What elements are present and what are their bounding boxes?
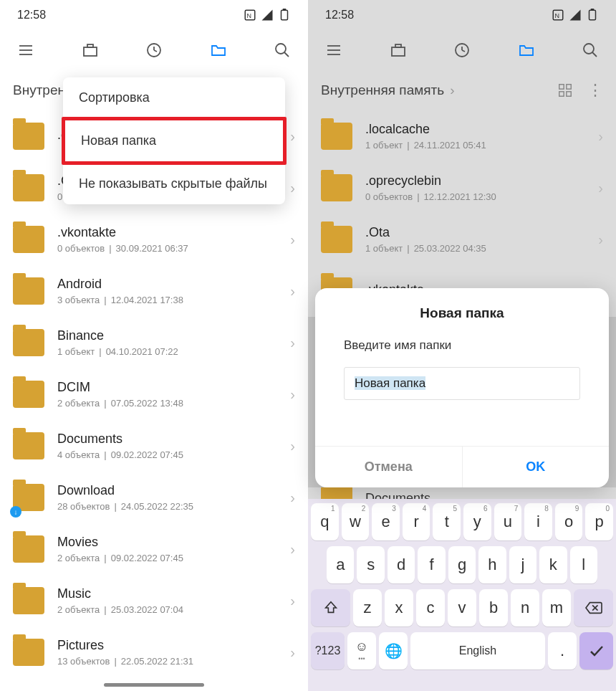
emoji-key[interactable]: ☺••• xyxy=(347,632,376,669)
key-d[interactable]: d xyxy=(388,546,415,583)
key-z[interactable]: z xyxy=(353,589,382,626)
nav-pill[interactable] xyxy=(104,683,204,687)
key-b[interactable]: b xyxy=(479,589,508,626)
key-u[interactable]: u7 xyxy=(494,503,522,540)
space-key[interactable]: English xyxy=(410,632,545,669)
category-button[interactable] xyxy=(77,37,103,63)
keyboard: q1w2e3r4t5y6u7i8o9p0 asdfghjkl zxcvbnm ?… xyxy=(308,499,616,691)
folder-item-icon xyxy=(13,535,44,563)
status-icons-r: N xyxy=(552,9,599,22)
folder-item-icon xyxy=(321,226,352,253)
folder-name: Pictures xyxy=(57,638,290,653)
key-j[interactable]: j xyxy=(509,546,536,583)
folder-row[interactable]: DCIM2 объекта|07.05.2022 13:48› xyxy=(0,368,308,420)
breadcrumb-text[interactable]: Внутренняя память xyxy=(321,82,444,98)
key-l[interactable]: l xyxy=(570,546,597,583)
chevron-right-icon: › xyxy=(290,644,295,661)
key-a[interactable]: a xyxy=(327,546,354,583)
search-button[interactable] xyxy=(577,37,603,63)
folder-row[interactable]: Download28 объектов|24.05.2022 22:35›↓ xyxy=(0,472,308,523)
key-v[interactable]: v xyxy=(448,589,476,626)
menu-button[interactable] xyxy=(13,37,39,63)
key-y[interactable]: y6 xyxy=(463,503,491,540)
grid-view-icon[interactable] xyxy=(557,82,573,98)
folder-row[interactable]: .oprecyclebin0 объектов|12.12.2021 12:30… xyxy=(308,162,616,214)
folder-row[interactable]: .vkontakte0 объектов|30.09.2021 06:37› xyxy=(0,214,308,265)
folder-meta: 4 объекта|09.02.2022 07:45 xyxy=(57,449,290,460)
key-e[interactable]: e3 xyxy=(372,503,400,540)
menu-button[interactable] xyxy=(321,37,347,63)
folder-meta: 28 объектов|24.05.2022 22:35 xyxy=(57,501,290,512)
menu-hide-hidden[interactable]: Не показывать скрытые файлы xyxy=(63,163,285,204)
folder-name: Movies xyxy=(57,535,290,550)
folder-row[interactable]: Movies2 объекта|09.02.2022 07:45› xyxy=(0,523,308,575)
key-o[interactable]: o9 xyxy=(555,503,583,540)
kbd-row-3: zxcvbnm xyxy=(311,589,613,626)
folder-meta: 2 объекта|09.02.2022 07:45 xyxy=(57,553,290,563)
folder-item-icon xyxy=(321,174,352,201)
folder-row[interactable]: Pictures13 объектов|22.05.2022 21:31› xyxy=(0,626,308,678)
folder-row[interactable]: .localcache1 объект|24.11.2021 05:41› xyxy=(308,110,616,162)
folder-row[interactable]: Binance1 объект|04.10.2021 07:22› xyxy=(0,317,308,368)
folder-row[interactable]: Documents4 объекта|09.02.2022 07:45› xyxy=(0,420,308,472)
shift-key[interactable] xyxy=(311,589,350,626)
category-button[interactable] xyxy=(385,37,411,63)
folder-name-input[interactable]: Новая папка xyxy=(344,367,580,400)
key-c[interactable]: c xyxy=(416,589,445,626)
menu-new-folder[interactable]: Новая папка xyxy=(62,117,287,165)
briefcase-icon xyxy=(82,42,99,59)
symbols-key[interactable]: ?123 xyxy=(311,632,345,669)
key-f[interactable]: f xyxy=(418,546,445,583)
key-superscript: 9 xyxy=(575,505,579,513)
cancel-button[interactable]: Отмена xyxy=(315,447,463,487)
key-w[interactable]: w2 xyxy=(342,503,370,540)
ok-button[interactable]: OK xyxy=(463,447,610,487)
new-folder-dialog: Новая папка Введите имя папки Новая папк… xyxy=(315,288,609,487)
key-p[interactable]: p0 xyxy=(585,503,613,540)
key-superscript: 5 xyxy=(453,505,457,513)
briefcase-icon xyxy=(390,42,407,59)
key-superscript: 8 xyxy=(544,505,549,513)
key-superscript: 3 xyxy=(392,505,396,513)
key-h[interactable]: h xyxy=(478,546,506,583)
key-x[interactable]: x xyxy=(385,589,413,626)
chevron-right-icon: › xyxy=(290,386,295,403)
folder-row[interactable]: .Ota1 объект|25.03.2022 04:35› xyxy=(308,214,616,265)
key-n[interactable]: n xyxy=(511,589,539,626)
key-g[interactable]: g xyxy=(448,546,476,583)
chevron-right-icon: › xyxy=(290,438,295,454)
period-key[interactable]: . xyxy=(548,632,577,669)
folder-tab-button[interactable] xyxy=(514,37,539,63)
key-i[interactable]: i8 xyxy=(524,503,552,540)
key-r[interactable]: r4 xyxy=(403,503,430,540)
folder-meta: 2 объекта|07.05.2022 13:48 xyxy=(57,398,290,409)
folder-meta: 13 объектов|22.05.2022 21:31 xyxy=(57,656,290,667)
folder-icon xyxy=(210,42,227,59)
key-t[interactable]: t5 xyxy=(433,503,461,540)
more-menu-icon[interactable]: ⋮ xyxy=(587,81,603,100)
recent-button[interactable] xyxy=(449,37,475,63)
folder-tab-button[interactable] xyxy=(206,37,231,63)
key-s[interactable]: s xyxy=(357,546,384,583)
kbd-row-4: ?123 ☺••• 🌐 English . xyxy=(311,632,613,669)
folder-row[interactable]: Android3 объекта|12.04.2021 17:38› xyxy=(0,265,308,317)
search-button[interactable] xyxy=(269,37,295,63)
context-menu: Сортировка Новая папка Не показывать скр… xyxy=(63,77,285,204)
folder-name: .localcache xyxy=(365,122,598,137)
recent-button[interactable] xyxy=(141,37,167,63)
key-m[interactable]: m xyxy=(542,589,571,626)
status-icons: N xyxy=(244,9,291,22)
backspace-key[interactable] xyxy=(574,589,613,626)
check-icon xyxy=(588,642,605,659)
key-q[interactable]: q1 xyxy=(311,503,339,540)
svg-point-26 xyxy=(584,44,594,54)
key-k[interactable]: k xyxy=(539,546,567,583)
folder-name: .oprecyclebin xyxy=(365,173,598,189)
backspace-icon xyxy=(584,600,603,616)
folder-name: DCIM xyxy=(57,380,290,395)
language-key[interactable]: 🌐 xyxy=(379,632,408,669)
chevron-right-icon: › xyxy=(290,283,295,300)
enter-key[interactable] xyxy=(579,632,613,669)
menu-sort[interactable]: Сортировка xyxy=(63,77,285,118)
folder-row[interactable]: Music2 объекта|25.03.2022 07:04› xyxy=(0,575,308,626)
